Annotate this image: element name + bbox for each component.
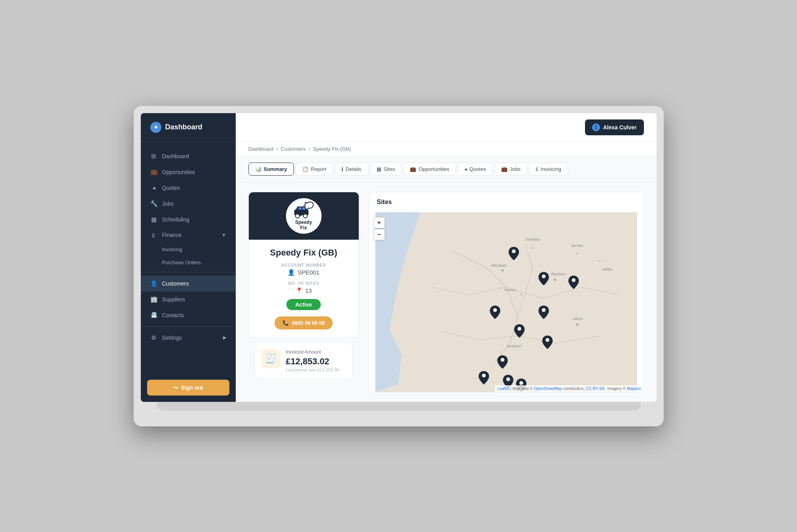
details-tab-icon: ℹ bbox=[341, 166, 343, 172]
speedy-fix-logo-svg bbox=[292, 201, 316, 218]
invoice-label: Invoiced Amount bbox=[286, 349, 346, 355]
signout-button[interactable]: ↪ Sign out bbox=[147, 380, 229, 396]
app-logo-icon: ✦ bbox=[150, 122, 161, 133]
tab-invoicing[interactable]: £ Invoicing bbox=[529, 163, 568, 176]
user-menu-button[interactable]: 👤 Alexa Culver bbox=[585, 119, 644, 135]
sites-count-value: 📍 13 bbox=[257, 287, 351, 294]
svg-point-6 bbox=[501, 269, 504, 271]
sidebar-item-label: Settings bbox=[162, 335, 182, 341]
breadcrumb-dashboard[interactable]: Dashboard bbox=[248, 146, 274, 152]
sidebar-item-purchase-orders[interactable]: Purchase Orders bbox=[162, 256, 236, 269]
tab-opportunities[interactable]: 💼 Opportunities bbox=[403, 163, 456, 176]
svg-point-28 bbox=[493, 308, 496, 312]
svg-point-2 bbox=[303, 214, 307, 218]
tab-quotes[interactable]: ◂ Quotes bbox=[458, 163, 493, 176]
location-icon: 📍 bbox=[295, 287, 303, 294]
user-avatar-icon: 👤 bbox=[592, 123, 600, 131]
suppliers-icon: 🏢 bbox=[150, 296, 157, 303]
sidebar-item-jobs[interactable]: 🔧 Jobs bbox=[141, 196, 236, 212]
sidebar-item-label: Purchase Orders bbox=[162, 259, 201, 265]
report-tab-icon: 📋 bbox=[302, 166, 309, 172]
customers-icon: 👤 bbox=[150, 280, 157, 287]
account-number-value: 👤 SPE001 bbox=[257, 269, 351, 276]
svg-point-34 bbox=[506, 377, 510, 381]
sidebar-item-label: Contacts bbox=[162, 312, 184, 318]
invoice-sub: Last period was £11,002.98 bbox=[286, 367, 346, 372]
svg-point-7 bbox=[532, 247, 533, 248]
map-zoom-out-button[interactable]: − bbox=[374, 229, 385, 240]
svg-text:Salford: Salford bbox=[572, 317, 583, 321]
summary-tab-icon: 📊 bbox=[255, 166, 261, 172]
sidebar-item-label: Scheduling bbox=[162, 216, 189, 223]
svg-text:Garstang: Garstang bbox=[525, 237, 539, 241]
sidebar-item-quotes[interactable]: ◂ Quotes bbox=[141, 180, 236, 196]
sidebar-divider-2 bbox=[141, 326, 236, 327]
osm-link[interactable]: OpenStreetMap bbox=[534, 386, 562, 391]
tabs-bar: 📊 Summary 📋 Report ℹ Details ▦ Sites 💼 bbox=[236, 156, 657, 182]
dashboard-icon: ⊞ bbox=[150, 153, 157, 160]
sidebar-item-opportunities[interactable]: 💼 Opportunities bbox=[141, 164, 236, 180]
tab-sites[interactable]: ▦ Sites bbox=[370, 163, 402, 176]
chevron-down-icon: ▼ bbox=[222, 233, 226, 237]
sidebar-item-contacts[interactable]: 📇 Contacts bbox=[141, 307, 236, 323]
map-attribution: Leaflet | Map data © OpenStreetMap contr… bbox=[495, 385, 643, 392]
customer-card-header: Speedy Fix bbox=[249, 192, 359, 240]
quotes-tab-icon: ◂ bbox=[464, 166, 467, 172]
sidebar-item-label: Invoicing bbox=[162, 246, 182, 252]
svg-text:Southport: Southport bbox=[506, 344, 521, 348]
sidebar-item-finance[interactable]: £ Finance ▼ bbox=[141, 227, 236, 243]
phone-button[interactable]: 📞 0800 08 00 08 bbox=[275, 316, 333, 329]
svg-text:Burnley: Burnley bbox=[572, 244, 583, 248]
main-content: 👤 Alexa Culver Dashboard » Customers » S… bbox=[236, 113, 657, 402]
attribution-text: | Map data © bbox=[510, 386, 534, 391]
tab-details[interactable]: ℹ Details bbox=[335, 163, 368, 176]
sidebar-item-settings[interactable]: ⚙ Settings ▶ bbox=[141, 330, 236, 346]
contacts-icon: 📇 bbox=[150, 312, 157, 319]
invoice-card: 🧾 Invoiced Amount £12,853.02 Last period… bbox=[255, 343, 353, 379]
svg-point-10 bbox=[554, 278, 556, 281]
chevron-right-icon: ▶ bbox=[223, 335, 226, 340]
svg-text:Blackburn: Blackburn bbox=[551, 272, 566, 276]
customer-logo: Speedy Fix bbox=[286, 198, 322, 234]
tab-jobs[interactable]: 💼 Jobs bbox=[494, 163, 527, 176]
svg-rect-3 bbox=[298, 207, 301, 210]
svg-point-8 bbox=[576, 253, 578, 254]
svg-point-11 bbox=[520, 294, 522, 295]
sidebar-item-label: Dashboard bbox=[162, 153, 189, 159]
quotes-icon: ◂ bbox=[150, 184, 157, 191]
scheduling-icon: ▦ bbox=[150, 216, 157, 223]
ccbysa-link[interactable]: CC-BY-SA bbox=[586, 386, 604, 391]
map-section: Sites bbox=[369, 192, 644, 392]
sidebar: ✦ Dashboard ⊞ Dashboard 💼 Opportunities … bbox=[141, 113, 236, 402]
sidebar-item-invoicing[interactable]: Invoicing bbox=[162, 243, 236, 256]
svg-point-35 bbox=[519, 381, 523, 384]
svg-point-27 bbox=[572, 278, 575, 282]
sidebar-item-label: Quotes bbox=[162, 185, 180, 191]
customer-name: Speedy Fix (GB) bbox=[257, 248, 351, 258]
map-zoom-in-button[interactable]: + bbox=[374, 217, 385, 228]
tab-report[interactable]: 📋 Report bbox=[295, 163, 333, 176]
mapbox-link[interactable]: Mapbox bbox=[627, 386, 641, 391]
leaflet-link[interactable]: Leaflet bbox=[497, 386, 509, 391]
svg-point-1 bbox=[295, 214, 299, 218]
sidebar-sub-finance: Invoicing Purchase Orders bbox=[141, 243, 236, 269]
svg-rect-4 bbox=[302, 207, 305, 210]
sites-count-label: NO. OF SITES bbox=[257, 281, 351, 286]
svg-point-30 bbox=[517, 327, 521, 330]
app-title: Dashboard bbox=[165, 123, 203, 131]
breadcrumb-customers[interactable]: Customers bbox=[281, 146, 306, 152]
sidebar-item-dashboard[interactable]: ⊞ Dashboard bbox=[141, 148, 236, 164]
sidebar-item-label: Finance bbox=[162, 232, 182, 238]
status-badge: Active bbox=[286, 299, 320, 310]
tab-summary[interactable]: 📊 Summary bbox=[248, 163, 294, 176]
sidebar-item-customers[interactable]: 👤 Customers bbox=[141, 276, 236, 292]
customer-card: Speedy Fix Speedy Fix (GB) ACCOUNT NUMBE… bbox=[248, 192, 359, 338]
svg-text:Blackpool: Blackpool bbox=[491, 263, 506, 267]
sidebar-item-scheduling[interactable]: ▦ Scheduling bbox=[141, 212, 236, 227]
header: 👤 Alexa Culver bbox=[236, 113, 657, 142]
breadcrumb-separator-1: » bbox=[276, 146, 278, 151]
sidebar-divider bbox=[141, 272, 236, 273]
sidebar-item-suppliers[interactable]: 🏢 Suppliers bbox=[141, 292, 236, 307]
sidebar-nav: ⊞ Dashboard 💼 Opportunities ◂ Quotes 🔧 J… bbox=[141, 142, 236, 373]
sidebar-item-label: Customers bbox=[162, 280, 189, 287]
